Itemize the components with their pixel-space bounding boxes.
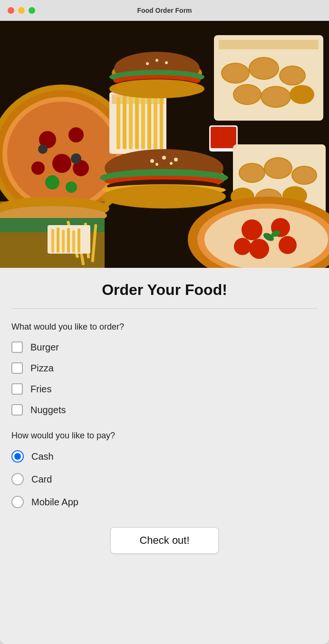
cash-radio[interactable] <box>11 450 24 463</box>
svg-rect-16 <box>219 40 319 49</box>
mobile-app-radio[interactable] <box>11 496 24 508</box>
nuggets-label: Nuggets <box>30 405 66 416</box>
svg-point-24 <box>234 85 261 104</box>
cash-label: Cash <box>31 451 54 462</box>
svg-rect-83 <box>57 227 59 253</box>
svg-rect-37 <box>160 94 163 149</box>
svg-rect-51 <box>211 127 236 148</box>
fries-label: Fries <box>30 384 51 395</box>
svg-rect-33 <box>135 94 139 149</box>
food-image <box>0 21 329 268</box>
svg-point-8 <box>31 161 45 175</box>
svg-rect-35 <box>147 95 151 149</box>
burger-label: Burger <box>30 342 59 353</box>
svg-point-7 <box>52 154 71 173</box>
nuggets-checkbox[interactable] <box>11 404 23 416</box>
food-question-label: What would you like to order? <box>11 322 318 332</box>
form-content: Order Your Food! What would you like to … <box>0 268 329 573</box>
mobile-app-label: Mobile App <box>31 497 78 508</box>
svg-point-22 <box>280 66 305 85</box>
svg-point-26 <box>261 87 290 107</box>
pizza-checkbox[interactable] <box>11 362 23 374</box>
checkout-container: Check out! <box>11 527 318 554</box>
svg-point-56 <box>265 158 291 178</box>
radio-item-card[interactable]: Card <box>11 473 318 485</box>
svg-point-6 <box>68 127 84 142</box>
payment-question-label: How would you like to pay? <box>11 431 318 441</box>
svg-point-18 <box>222 64 249 83</box>
svg-point-27 <box>290 85 314 104</box>
svg-point-54 <box>240 164 264 182</box>
payment-radio-group: Cash Card Mobile App <box>11 450 318 508</box>
checkbox-item-fries[interactable]: Fries <box>11 383 318 395</box>
svg-point-41 <box>162 156 166 160</box>
svg-point-44 <box>170 162 173 165</box>
svg-point-10 <box>45 175 59 189</box>
pizza-label: Pizza <box>30 363 54 374</box>
checkbox-item-nuggets[interactable]: Nuggets <box>11 404 318 416</box>
svg-point-13 <box>71 153 81 164</box>
svg-point-20 <box>250 58 278 79</box>
burger-checkbox[interactable] <box>11 341 23 353</box>
page-title: Order Your Food! <box>11 268 318 308</box>
traffic-lights <box>8 7 35 14</box>
food-checkbox-group: Burger Pizza Fries Nuggets <box>11 341 318 416</box>
checkbox-item-burger[interactable]: Burger <box>11 341 318 353</box>
card-radio[interactable] <box>11 473 24 485</box>
svg-point-43 <box>155 163 158 166</box>
svg-rect-30 <box>116 97 120 149</box>
svg-point-90 <box>146 62 149 65</box>
svg-rect-86 <box>72 230 75 253</box>
food-illustration <box>0 21 329 268</box>
svg-rect-31 <box>123 95 126 149</box>
svg-point-77 <box>279 236 297 254</box>
svg-point-12 <box>38 144 48 154</box>
svg-point-92 <box>165 61 168 64</box>
radio-item-cash[interactable]: Cash <box>11 450 318 463</box>
minimize-button[interactable] <box>18 7 25 14</box>
radio-item-mobile-app[interactable]: Mobile App <box>11 496 318 508</box>
svg-rect-85 <box>67 228 70 253</box>
checkbox-item-pizza[interactable]: Pizza <box>11 362 318 374</box>
svg-rect-84 <box>62 230 65 253</box>
svg-point-58 <box>292 167 316 184</box>
svg-point-96 <box>109 79 204 98</box>
svg-point-42 <box>174 158 178 161</box>
window-title: Food Order Form <box>137 7 192 14</box>
checkout-button[interactable]: Check out! <box>110 527 218 554</box>
svg-rect-32 <box>129 96 133 149</box>
maximize-button[interactable] <box>29 7 35 14</box>
titlebar: Food Order Form <box>0 0 329 21</box>
svg-rect-34 <box>141 97 145 149</box>
app-window: Food Order Form <box>0 0 329 644</box>
close-button[interactable] <box>8 7 14 14</box>
svg-point-91 <box>155 59 158 62</box>
svg-point-40 <box>150 159 154 163</box>
svg-point-49 <box>102 185 226 208</box>
fries-checkbox[interactable] <box>11 383 23 395</box>
svg-point-74 <box>242 219 262 240</box>
svg-point-78 <box>234 238 251 255</box>
section-divider <box>11 308 318 309</box>
svg-point-76 <box>249 239 269 259</box>
svg-rect-87 <box>77 228 80 253</box>
svg-point-11 <box>66 181 77 193</box>
svg-rect-36 <box>154 97 157 149</box>
svg-rect-82 <box>51 229 54 253</box>
card-label: Card <box>31 474 52 485</box>
